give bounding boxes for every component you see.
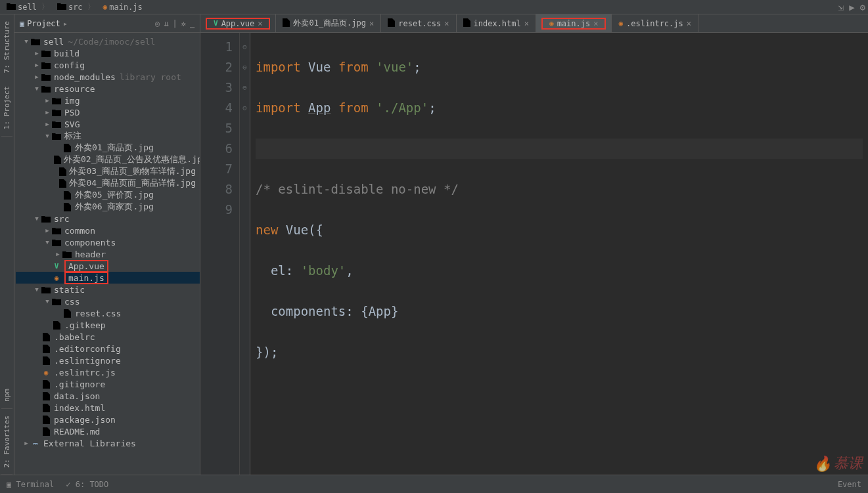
tree-item[interactable]: reset.css	[16, 307, 200, 319]
terminal-button[interactable]: ▣ Terminal	[7, 480, 54, 489]
fold-column: ⊖⊖⊖⊖	[240, 33, 250, 475]
breadcrumb: sell〉src〉◉main.js	[3, 1, 147, 14]
close-icon[interactable]: ×	[687, 19, 691, 28]
breadcrumb-item[interactable]: src〉	[53, 1, 99, 14]
target-icon[interactable]: ◎	[155, 19, 160, 28]
left-rail: 7: Structure 1: Project npm 2: Favorites	[0, 14, 14, 475]
editor-tab[interactable]: reset.css×	[381, 14, 456, 32]
tree-item[interactable]: ▼标注	[16, 130, 200, 142]
tree-item[interactable]: 外卖05_评价页.jpg	[16, 189, 200, 201]
close-icon[interactable]: ×	[444, 19, 449, 28]
todo-button[interactable]: ✓ 6: TODO	[66, 480, 108, 489]
close-icon[interactable]: ×	[369, 19, 374, 28]
tree-item[interactable]: ▶header	[16, 248, 200, 260]
sidebar-title: Project	[27, 19, 60, 28]
project-icon: ▣	[20, 19, 24, 28]
tree-item[interactable]: 外卖06_商家页.jpg	[16, 201, 200, 213]
tree-item[interactable]: .eslintignore	[16, 354, 200, 366]
status-bar: ▣ Terminal ✓ 6: TODO Event	[0, 475, 868, 493]
tree-item[interactable]: ▼src	[16, 213, 200, 225]
collapse-all-icon[interactable]: ⇊	[164, 19, 168, 28]
editor-area: VApp.vue×外卖01_商品页.jpg×reset.css×index.ht…	[200, 14, 868, 475]
line-gutter: 123456789	[200, 33, 240, 475]
tree-item[interactable]: .babelrc	[16, 331, 200, 343]
rail-favorites[interactable]: 2: Favorites	[1, 409, 12, 475]
editor-tab[interactable]: 外卖01_商品页.jpg×	[276, 14, 381, 32]
tree-item[interactable]: ▶node_moduleslibrary root	[16, 71, 200, 83]
project-tree[interactable]: ▼sell~/Code/imooc/sell▶build▶config▶node…	[14, 33, 200, 475]
tree-item[interactable]: ▼resource	[16, 83, 200, 95]
tree-item[interactable]: package.json	[16, 414, 200, 425]
hide-icon[interactable]: ⎯	[190, 19, 194, 28]
watermark: 🔥慕课	[813, 454, 863, 473]
editor-tab[interactable]: ◉main.js×	[536, 14, 612, 32]
tree-item[interactable]: ▶PSD	[16, 106, 200, 118]
tree-item[interactable]: 外卖02_商品页_公告及优惠信息.jpg	[16, 154, 200, 165]
editor-tab[interactable]: ◉.eslintrc.js×	[612, 14, 698, 32]
tree-item[interactable]: .gitignore	[16, 378, 200, 390]
close-icon[interactable]: ×	[258, 19, 262, 28]
editor-tabs: VApp.vue×外卖01_商品页.jpg×reset.css×index.ht…	[200, 14, 868, 33]
project-sidebar: ▣ Project ▸ ◎ ⇊ | ✲ ⎯ ▼sell~/Code/imooc/…	[14, 14, 200, 475]
tree-item[interactable]: 外卖01_商品页.jpg	[16, 142, 200, 154]
breadcrumb-bar: sell〉src〉◉main.js ⇲ ▶ ⚙	[0, 0, 868, 14]
rail-npm[interactable]: npm	[1, 382, 12, 409]
tree-item[interactable]: ▼css	[16, 295, 200, 307]
tree-item[interactable]: ▶common	[16, 225, 200, 236]
event-log[interactable]: Event	[838, 480, 861, 489]
debug-icon[interactable]: ⚙	[860, 2, 865, 12]
run-icon[interactable]: ▶	[849, 2, 854, 12]
tree-item[interactable]: ▶build	[16, 47, 200, 59]
chevron-right-icon[interactable]: ▸	[63, 19, 68, 28]
tree-item[interactable]: data.json	[16, 390, 200, 402]
breadcrumb-item[interactable]: sell〉	[3, 1, 53, 14]
tree-item[interactable]: .gitkeep	[16, 319, 200, 331]
tree-item[interactable]: index.html	[16, 402, 200, 414]
close-icon[interactable]: ×	[524, 19, 529, 28]
divider-icon: |	[173, 19, 177, 28]
tree-item[interactable]: README.md	[16, 425, 200, 437]
gear-icon[interactable]: ✲	[181, 19, 186, 28]
editor-tab[interactable]: index.html×	[457, 14, 536, 32]
collapse-icon[interactable]: ⇲	[838, 2, 844, 12]
tree-item[interactable]: ▼sell~/Code/imooc/sell	[16, 35, 200, 47]
tree-item[interactable]: ▶config	[16, 59, 200, 71]
tree-item[interactable]: ▼components	[16, 236, 200, 248]
rail-project[interactable]: 1: Project	[1, 79, 12, 137]
tree-item[interactable]: 外卖04_商品页面_商品详情.jpg	[16, 177, 200, 189]
rail-structure[interactable]: 7: Structure	[1, 14, 12, 79]
tree-item[interactable]: ▼static	[16, 284, 200, 295]
tree-item[interactable]: ◉.eslintrc.js	[16, 366, 200, 378]
tree-item[interactable]: .editorconfig	[16, 343, 200, 354]
code-editor[interactable]: import Vue from 'vue'; import App from '…	[250, 33, 868, 475]
breadcrumb-item[interactable]: ◉main.js	[99, 1, 147, 14]
tree-item[interactable]: VApp.vue	[16, 260, 200, 272]
tree-item[interactable]: ▶⎓External Libraries	[16, 437, 200, 449]
editor-tab[interactable]: VApp.vue×	[200, 14, 276, 32]
tree-item[interactable]: ▶img	[16, 95, 200, 106]
tree-item[interactable]: ▶SVG	[16, 118, 200, 130]
close-icon[interactable]: ×	[593, 19, 598, 28]
tree-item[interactable]: ◉main.js	[16, 272, 200, 284]
tree-item[interactable]: 外卖03_商品页_购物车详情.jpg	[16, 165, 200, 177]
